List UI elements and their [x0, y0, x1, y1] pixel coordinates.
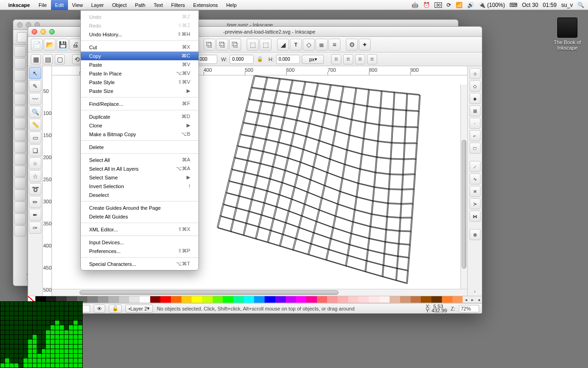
back-tool[interactable]	[14, 142, 26, 153]
tc-deselect[interactable]: ▢	[55, 54, 65, 64]
back-tool[interactable]	[14, 118, 26, 129]
color-swatch[interactable]	[202, 296, 213, 303]
menu-edit[interactable]: Edit	[51, 0, 68, 10]
menu-item[interactable]: XML Editor...⇧⌘X	[81, 225, 198, 234]
menu-item[interactable]: Paste Size▶	[81, 86, 198, 95]
snap-btn[interactable]: □	[469, 143, 481, 154]
color-swatch[interactable]	[421, 296, 431, 303]
color-swatch[interactable]	[244, 296, 254, 303]
back-tool[interactable]	[14, 190, 26, 201]
tool-pencil[interactable]: ✏	[29, 196, 41, 208]
tool-calligraphy[interactable]: ✑	[29, 222, 41, 234]
color-swatch[interactable]	[171, 296, 181, 303]
back-tool[interactable]	[14, 213, 26, 224]
tb-duplicate[interactable]: ⿻	[204, 39, 215, 51]
tool-ellipse[interactable]: ○	[29, 157, 41, 169]
menu-filters[interactable]: Filters	[167, 0, 189, 10]
snap-btn[interactable]: ≻	[469, 198, 481, 209]
back-tool[interactable]	[14, 46, 26, 57]
color-swatch[interactable]	[223, 296, 233, 303]
menu-item[interactable]: Select All in All Layers⌥⌘A	[81, 164, 198, 173]
input-icon[interactable]: ⌨	[509, 2, 517, 8]
tc-affect-1[interactable]: ⌗	[331, 54, 341, 64]
tb-prefs[interactable]: ⚙	[346, 39, 358, 51]
scroll-thumb-h[interactable]	[79, 290, 339, 295]
snap-btn[interactable]: ⊕	[469, 229, 481, 240]
menubar-user[interactable]: su_v	[561, 2, 573, 8]
tool-zoom[interactable]: 🔍	[29, 106, 41, 118]
color-swatch[interactable]	[119, 296, 130, 303]
menu-item[interactable]: Cut⌘X	[81, 43, 198, 52]
menu-item[interactable]: Create Guides Around the Page	[81, 203, 198, 212]
snap-btn[interactable]: ⤱	[469, 186, 481, 197]
menu-item[interactable]: Undo History...⇧⌘H	[81, 30, 198, 39]
menu-item[interactable]: Paste⌘V	[81, 60, 198, 69]
tool-measure[interactable]: 📏	[29, 119, 41, 131]
menu-help[interactable]: Help	[222, 0, 241, 10]
color-swatch[interactable]	[400, 296, 411, 303]
back-tool[interactable]	[14, 201, 26, 213]
color-swatch[interactable]	[160, 296, 171, 303]
snap-btn[interactable]: ⋈	[469, 211, 481, 222]
traffic-close[interactable]	[17, 22, 23, 28]
unit-select[interactable]: px ▾	[302, 55, 324, 64]
color-swatch[interactable]	[442, 296, 452, 303]
menu-item[interactable]: Paste Style⇧⌘V	[81, 78, 198, 86]
menu-layer[interactable]: Layer	[87, 0, 108, 10]
color-swatch[interactable]	[98, 296, 108, 303]
tb-save[interactable]: 💾	[57, 39, 68, 51]
color-swatch[interactable]	[129, 296, 140, 303]
palette-right[interactable]: ▸	[469, 296, 475, 303]
scroll-thumb-v[interactable]	[462, 140, 466, 269]
color-swatch[interactable]	[150, 296, 161, 303]
back-tool[interactable]	[14, 154, 26, 165]
snap-btn[interactable]: ◇	[469, 80, 481, 92]
menu-item[interactable]: Special Characters...⌥⌘T	[81, 259, 198, 268]
tb-xml[interactable]: ◇	[303, 39, 315, 51]
snap-btn[interactable]: ⊞	[469, 105, 481, 116]
tb-ungroup[interactable]: ⬚	[260, 39, 271, 51]
menu-item[interactable]: Copy⌘C	[81, 52, 198, 60]
color-swatch[interactable]	[265, 296, 275, 303]
color-swatch[interactable]	[275, 296, 286, 303]
back-tb-icon[interactable]	[17, 32, 27, 42]
expand-icon[interactable]: ›	[474, 288, 476, 294]
tb-fill[interactable]: ◢	[277, 39, 289, 51]
back-tool[interactable]	[14, 166, 26, 177]
color-swatch[interactable]	[192, 296, 202, 303]
tb-group[interactable]: ⬚	[247, 39, 259, 51]
back-tool[interactable]	[14, 58, 26, 69]
lock-icon[interactable]: 🔒	[255, 55, 265, 64]
tc-select-layer[interactable]: ▤	[43, 54, 53, 64]
back-tool[interactable]	[14, 106, 26, 117]
color-swatch[interactable]	[306, 296, 317, 303]
menu-item[interactable]: Input Devices...	[81, 238, 198, 247]
back-tool[interactable]	[14, 70, 26, 81]
sync-icon[interactable]: ⟳	[447, 2, 451, 8]
tb-layers[interactable]: ≣	[316, 39, 328, 51]
color-swatch[interactable]	[431, 296, 442, 303]
color-swatch[interactable]	[338, 296, 348, 303]
color-swatch[interactable]	[140, 296, 150, 303]
color-swatch[interactable]	[390, 296, 400, 303]
color-swatch[interactable]	[296, 296, 306, 303]
menu-item[interactable]: Delete All Guides	[81, 212, 198, 221]
tb-docprops[interactable]: ✦	[359, 39, 371, 51]
back-tool[interactable]	[14, 178, 26, 189]
color-swatch[interactable]	[348, 296, 359, 303]
tool-rect[interactable]: ▭	[29, 132, 41, 144]
menu-text[interactable]: Text	[149, 0, 167, 10]
tb-new[interactable]: 📄	[31, 39, 43, 51]
layer-select[interactable]: • Layer 2 ▾	[125, 305, 153, 313]
tool-spiral[interactable]: ➰	[29, 183, 41, 195]
volume-icon[interactable]: 🔊	[467, 2, 474, 8]
menu-file[interactable]: File	[34, 0, 51, 10]
color-swatch[interactable]	[317, 296, 328, 303]
h-input[interactable]: 0.000	[276, 55, 300, 64]
tb-unlink[interactable]: ⿻	[229, 39, 241, 51]
color-swatch[interactable]	[108, 296, 119, 303]
tool-node[interactable]: ✎	[29, 80, 41, 92]
tool-tweak[interactable]: 〰	[29, 93, 41, 105]
snap-btn[interactable]: ·	[469, 118, 481, 129]
tool-selector[interactable]: ↖	[29, 67, 41, 79]
